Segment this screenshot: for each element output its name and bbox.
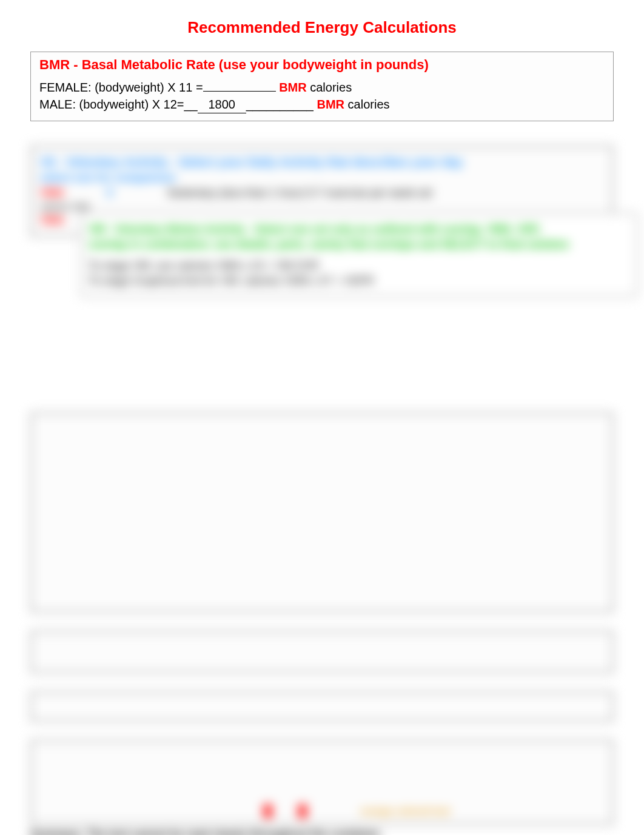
page-title: Recommended Energy Calculations xyxy=(30,18,614,37)
blur-desc-1: Sedentary (less than 1 hour) 5-7 exercis… xyxy=(167,187,432,199)
bmr-heading: BMR - Basal Metabolic Rate (use your bod… xyxy=(39,57,605,73)
blur-ovr-1: To stage VM; use calories VMA x 23 = VM … xyxy=(89,260,319,272)
blur-red-1: VMA xyxy=(40,187,64,199)
blur-sub-1: select one for comparison xyxy=(40,172,604,184)
blur-green-2: overlap in combination; see details; par… xyxy=(89,238,629,251)
blur-title-1: VA - Voluntary Activity - Select your Da… xyxy=(40,155,604,169)
blur-blue-2: X xyxy=(106,214,113,226)
blur-red-2: VMA xyxy=(40,214,64,226)
blurred-section-1: VA - Voluntary Activity - Select your Da… xyxy=(30,146,614,236)
male-value[interactable]: 1800 xyxy=(198,96,246,113)
blurred-section-3 xyxy=(30,412,614,612)
calories-label-1: calories xyxy=(307,81,352,94)
female-prefix: FEMALE: (bodyweight) X 11 = xyxy=(39,81,203,94)
blurred-section-5 xyxy=(30,691,614,722)
calories-label-2: calories xyxy=(344,98,389,111)
blurred-section-4 xyxy=(30,631,614,673)
blur-green-1: VM - Voluntary Motion Activity - Select … xyxy=(89,223,629,236)
blur-desc-2: Moderate Volume 10-15 exercise per week … xyxy=(167,214,431,226)
female-formula: FEMALE: (bodyweight) X 11 = BMR calories xyxy=(39,79,605,96)
male-formula: MALE: (bodyweight) X 12=__1800__________… xyxy=(39,96,605,113)
blurred-section-6: █ █ orange colored text Summary: The tex… xyxy=(30,740,614,835)
blur-summary: Summary: The text cannot be read clearly… xyxy=(30,828,614,835)
bmr-label-1: BMR xyxy=(279,81,307,94)
blur-blue-1: X xyxy=(106,187,113,199)
blur-orange: orange colored text xyxy=(360,806,450,816)
bmr-box: BMR - Basal Metabolic Rate (use your bod… xyxy=(30,52,614,121)
female-value-blank[interactable] xyxy=(203,91,276,92)
male-prefix: MALE: (bodyweight) X 12= xyxy=(39,98,184,111)
blur-overlap-box: VM - Voluntary Motion Activity - Select … xyxy=(80,212,638,297)
blur-ovr-2: To stage Graphical limit for VM: calorie… xyxy=(89,275,374,287)
bmr-label-2: BMR xyxy=(317,98,345,111)
